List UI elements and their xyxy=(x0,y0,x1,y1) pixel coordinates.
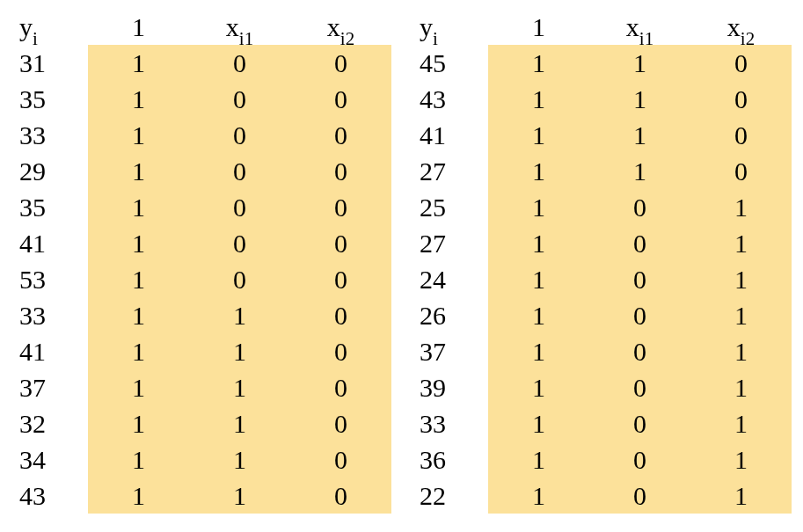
table-cell: 1 xyxy=(488,45,589,81)
table-cell: 1 xyxy=(189,405,290,441)
table-cell: 1 xyxy=(189,441,290,477)
table-cell: 0 xyxy=(189,153,290,189)
table-cell: 0 xyxy=(290,81,391,117)
table-cell: 24 xyxy=(409,261,488,297)
table-cell: 53 xyxy=(9,261,88,297)
table-cell: 0 xyxy=(589,261,690,297)
table-cell: 0 xyxy=(290,117,391,153)
table-cell: 33 xyxy=(9,297,88,333)
table-cell: 1 xyxy=(690,405,792,441)
table-cell: 27 xyxy=(409,153,488,189)
table-cell: 0 xyxy=(290,153,391,189)
table-cell: 1 xyxy=(488,153,589,189)
table-cell: 22 xyxy=(409,477,488,514)
table-cell: 0 xyxy=(589,297,690,333)
table-cell: 0 xyxy=(189,81,290,117)
table-cell: 1 xyxy=(88,261,189,297)
table-cell: 1 xyxy=(189,297,290,333)
table-cell: 1 xyxy=(690,225,792,261)
table-cell: 1 xyxy=(589,45,690,81)
table-cell: 1 xyxy=(88,333,189,369)
table-cell: 1 xyxy=(488,441,589,477)
table-cell: 1 xyxy=(589,153,690,189)
left-table: yi 31 35 33 29 35 41 53 33 41 37 32 34 4… xyxy=(9,9,391,514)
table-cell: 39 xyxy=(409,369,488,405)
table-cell: 0 xyxy=(290,261,391,297)
table-cell: 1 xyxy=(690,441,792,477)
table-cell: 41 xyxy=(409,117,488,153)
table-cell: 1 xyxy=(88,189,189,225)
table-cell: 1 xyxy=(88,81,189,117)
table-cell: 0 xyxy=(290,369,391,405)
table-cell: 1 xyxy=(690,261,792,297)
table-cell: 27 xyxy=(409,225,488,261)
table-cell: 1 xyxy=(690,189,792,225)
table-cell: 1 xyxy=(690,333,792,369)
right-header-y: yi xyxy=(409,9,488,45)
table-cell: 41 xyxy=(9,333,88,369)
table-cell: 1 xyxy=(88,225,189,261)
tables-container: yi 31 35 33 29 35 41 53 33 41 37 32 34 4… xyxy=(9,9,794,514)
table-cell: 37 xyxy=(9,369,88,405)
table-cell: 1 xyxy=(88,441,189,477)
table-cell: 0 xyxy=(589,441,690,477)
right-header-1: 1 xyxy=(488,9,589,45)
table-cell: 0 xyxy=(690,45,792,81)
table-cell: 0 xyxy=(589,189,690,225)
table-cell: 36 xyxy=(409,441,488,477)
table-cell: 0 xyxy=(290,441,391,477)
table-cell: 0 xyxy=(589,369,690,405)
table-cell: 0 xyxy=(290,189,391,225)
table-cell: 0 xyxy=(690,117,792,153)
table-cell: 37 xyxy=(409,333,488,369)
table-cell: 1 xyxy=(488,297,589,333)
table-cell: 1 xyxy=(488,81,589,117)
left-header-1: 1 xyxy=(88,9,189,45)
table-cell: 31 xyxy=(9,45,88,81)
table-cell: 0 xyxy=(290,297,391,333)
left-col-1: 1 1 1 1 1 1 1 1 1 1 1 1 1 1 xyxy=(88,9,189,514)
table-cell: 35 xyxy=(9,189,88,225)
table-cell: 1 xyxy=(589,117,690,153)
table-cell: 1 xyxy=(690,297,792,333)
table-cell: 0 xyxy=(290,333,391,369)
left-col-xi1: xi1 0 0 0 0 0 0 0 1 1 1 1 1 1 xyxy=(189,9,290,514)
table-cell: 0 xyxy=(290,225,391,261)
table-cell: 0 xyxy=(189,189,290,225)
table-cell: 1 xyxy=(488,117,589,153)
table-cell: 1 xyxy=(690,369,792,405)
table-cell: 0 xyxy=(189,117,290,153)
table-cell: 0 xyxy=(690,81,792,117)
table-cell: 1 xyxy=(88,477,189,514)
table-cell: 32 xyxy=(9,405,88,441)
left-header-xi2: xi2 xyxy=(290,9,391,45)
table-cell: 0 xyxy=(589,405,690,441)
table-cell: 1 xyxy=(488,369,589,405)
right-col-xi2: xi2 0 0 0 0 1 1 1 1 1 1 1 1 1 xyxy=(690,9,792,514)
right-col-1: 1 1 1 1 1 1 1 1 1 1 1 1 1 1 xyxy=(488,9,589,514)
table-cell: 1 xyxy=(189,369,290,405)
left-col-xi2: xi2 0 0 0 0 0 0 0 0 0 0 0 0 0 xyxy=(290,9,391,514)
table-cell: 1 xyxy=(88,369,189,405)
table-cell: 1 xyxy=(88,405,189,441)
right-col-y: yi 45 43 41 27 25 27 24 26 37 39 33 36 2… xyxy=(409,9,488,514)
right-header-xi1: xi1 xyxy=(589,9,690,45)
table-cell: 33 xyxy=(9,117,88,153)
table-cell: 1 xyxy=(690,477,792,514)
table-cell: 25 xyxy=(409,189,488,225)
right-col-xi1: xi1 1 1 1 1 0 0 0 0 0 0 0 0 0 xyxy=(589,9,690,514)
table-cell: 1 xyxy=(488,333,589,369)
left-header-xi1: xi1 xyxy=(189,9,290,45)
table-cell: 33 xyxy=(409,405,488,441)
table-cell: 45 xyxy=(409,45,488,81)
table-cell: 1 xyxy=(88,45,189,81)
table-cell: 1 xyxy=(488,477,589,514)
left-header-y: yi xyxy=(9,9,88,45)
table-cell: 0 xyxy=(290,405,391,441)
table-cell: 34 xyxy=(9,441,88,477)
left-col-y: yi 31 35 33 29 35 41 53 33 41 37 32 34 4… xyxy=(9,9,88,514)
table-cell: 0 xyxy=(189,45,290,81)
table-cell: 1 xyxy=(88,297,189,333)
table-cell: 0 xyxy=(589,477,690,514)
table-cell: 0 xyxy=(290,477,391,514)
